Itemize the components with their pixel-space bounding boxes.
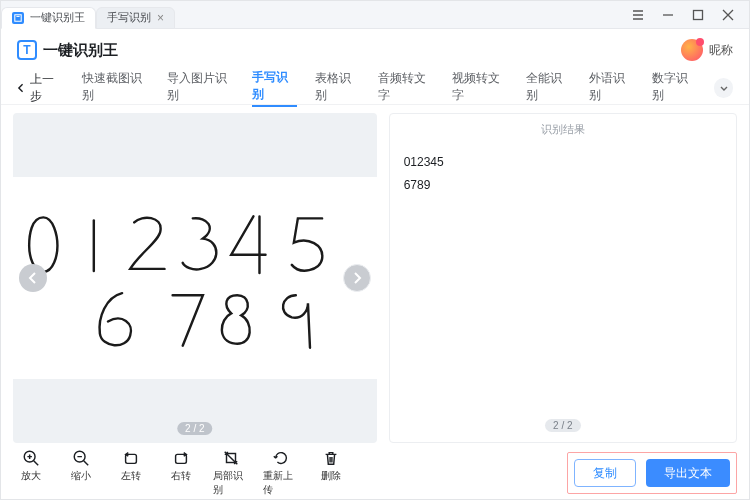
svg-rect-0 bbox=[694, 10, 703, 19]
rotate-right-button[interactable]: 右转 bbox=[163, 449, 199, 497]
tool-label: 缩小 bbox=[71, 469, 91, 483]
rotate-left-button[interactable]: 左转 bbox=[113, 449, 149, 497]
nav-item-7[interactable]: 外语识别 bbox=[589, 70, 634, 106]
titlebar-tab-secondary[interactable]: 手写识别 × bbox=[96, 7, 175, 29]
nickname: 昵称 bbox=[709, 42, 733, 59]
tool-label: 放大 bbox=[21, 469, 41, 483]
arrow-left-icon bbox=[17, 83, 26, 93]
image-page-indicator: 2 / 2 bbox=[177, 422, 212, 435]
rotate-right-icon bbox=[172, 449, 190, 467]
zoom-out-icon bbox=[72, 449, 90, 467]
titlebar: 一键识别王 手写识别 × bbox=[1, 1, 749, 29]
nav-item-0[interactable]: 快速截图识别 bbox=[82, 70, 149, 106]
result-page-indicator: 2 / 2 bbox=[545, 419, 580, 432]
titlebar-tab-label: 手写识别 bbox=[107, 10, 151, 25]
export-button[interactable]: 导出文本 bbox=[646, 459, 730, 487]
titlebar-tab-label: 一键识别王 bbox=[30, 10, 85, 25]
nav-item-4[interactable]: 音频转文字 bbox=[378, 70, 434, 106]
chevron-down-icon bbox=[719, 83, 729, 93]
back-button[interactable]: 上一步 bbox=[17, 71, 64, 105]
handwriting-canvas bbox=[13, 177, 377, 379]
menu-button[interactable] bbox=[623, 1, 653, 29]
minimize-button[interactable] bbox=[653, 1, 683, 29]
close-button[interactable] bbox=[713, 1, 743, 29]
app-name: 一键识别王 bbox=[43, 41, 118, 60]
titlebar-tab-main[interactable]: 一键识别王 bbox=[1, 7, 96, 29]
image-viewport[interactable] bbox=[13, 113, 377, 443]
nav-item-3[interactable]: 表格识别 bbox=[315, 70, 360, 106]
app-logo: T 一键识别王 bbox=[17, 40, 118, 60]
close-icon[interactable]: × bbox=[157, 11, 164, 25]
nav-item-1[interactable]: 导入图片识别 bbox=[167, 70, 234, 106]
action-group: 复制 导出文本 bbox=[567, 452, 737, 494]
maximize-button[interactable] bbox=[683, 1, 713, 29]
rotate-left-icon bbox=[122, 449, 140, 467]
nav-item-2[interactable]: 手写识别 bbox=[252, 69, 297, 107]
nav-bar: 上一步 快速截图识别 导入图片识别 手写识别 表格识别 音频转文字 视频转文字 … bbox=[1, 71, 749, 105]
next-image-button[interactable] bbox=[343, 264, 371, 292]
reupload-button[interactable]: 重新上传 bbox=[263, 449, 299, 497]
toolbar: 放大 缩小 左转 右转 局部识别 重新上传 bbox=[13, 449, 349, 497]
back-label: 上一步 bbox=[30, 71, 63, 105]
user-area[interactable]: 昵称 bbox=[681, 39, 733, 61]
result-text[interactable]: 012345 6789 bbox=[390, 145, 736, 419]
zoom-in-icon bbox=[22, 449, 40, 467]
delete-button[interactable]: 删除 bbox=[313, 449, 349, 497]
tool-label: 左转 bbox=[121, 469, 141, 483]
result-title: 识别结果 bbox=[390, 114, 736, 145]
nav-item-5[interactable]: 视频转文字 bbox=[452, 70, 508, 106]
nav-item-6[interactable]: 全能识别 bbox=[526, 70, 571, 106]
image-band-top bbox=[13, 113, 377, 177]
refresh-icon bbox=[272, 449, 290, 467]
trash-icon bbox=[322, 449, 340, 467]
app-window: 一键识别王 手写识别 × T 一键识别王 昵称 上一步 快速截图识别 导入图片识… bbox=[0, 0, 750, 500]
tool-label: 重新上传 bbox=[263, 469, 299, 497]
prev-image-button[interactable] bbox=[19, 264, 47, 292]
nav-item-8[interactable]: 数字识别 bbox=[652, 70, 697, 106]
result-pane: 识别结果 012345 6789 2 / 2 bbox=[389, 113, 737, 443]
main-area: 2 / 2 识别结果 012345 6789 2 / 2 bbox=[1, 105, 749, 447]
nav-more-button[interactable] bbox=[714, 78, 733, 98]
tool-label: 删除 bbox=[321, 469, 341, 483]
tool-label: 局部识别 bbox=[213, 469, 249, 497]
zoom-in-button[interactable]: 放大 bbox=[13, 449, 49, 497]
image-pane: 2 / 2 bbox=[13, 113, 377, 443]
app-mark-icon bbox=[12, 12, 24, 24]
logo-mark-icon: T bbox=[17, 40, 37, 60]
avatar bbox=[681, 39, 703, 61]
tool-label: 右转 bbox=[171, 469, 191, 483]
zoom-out-button[interactable]: 缩小 bbox=[63, 449, 99, 497]
header: T 一键识别王 昵称 bbox=[1, 29, 749, 71]
partial-recognize-button[interactable]: 局部识别 bbox=[213, 449, 249, 497]
copy-button[interactable]: 复制 bbox=[574, 459, 636, 487]
footer: 放大 缩小 左转 右转 局部识别 重新上传 bbox=[1, 447, 749, 499]
crop-icon bbox=[222, 449, 240, 467]
